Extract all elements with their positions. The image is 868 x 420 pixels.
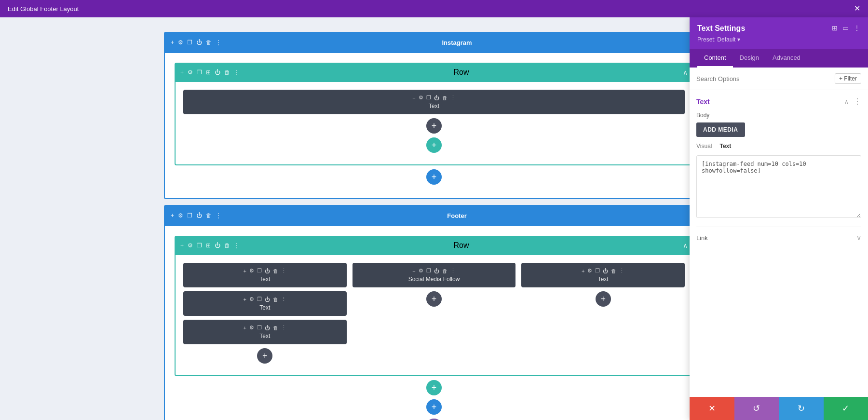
tab-advanced[interactable]: Advanced bbox=[766, 49, 807, 68]
move-icon[interactable]: + bbox=[171, 39, 174, 46]
filter-button[interactable]: + Filter bbox=[835, 73, 861, 84]
footer-row-settings-icon[interactable]: ⚙ bbox=[188, 242, 193, 249]
c3-settings[interactable]: ⚙ bbox=[587, 268, 592, 274]
soc-copy[interactable]: ❐ bbox=[426, 268, 431, 274]
mod-copy-icon[interactable]: ❐ bbox=[426, 95, 431, 101]
footer-move-icon[interactable]: + bbox=[171, 212, 174, 219]
c1m3-power[interactable]: ⏻ bbox=[265, 325, 270, 331]
c1m1-trash[interactable]: 🗑 bbox=[273, 268, 278, 274]
footer-settings-icon[interactable]: ⚙ bbox=[178, 212, 183, 219]
c1m3-trash[interactable]: 🗑 bbox=[273, 325, 278, 331]
mod-move-icon[interactable]: + bbox=[412, 95, 415, 101]
responsive-icon[interactable]: ⊞ bbox=[832, 24, 838, 32]
body-textarea[interactable]: [instagram-feed num=10 cols=10 showfollo… bbox=[696, 155, 861, 218]
redo-button[interactable]: ↻ bbox=[779, 397, 824, 420]
footer-row-chevron[interactable]: ∧ bbox=[683, 242, 688, 249]
c1m2-trash[interactable]: 🗑 bbox=[273, 297, 278, 302]
row-copy-icon[interactable]: ❐ bbox=[197, 69, 202, 76]
c1m3-move[interactable]: + bbox=[244, 325, 246, 331]
c1m3-copy[interactable]: ❐ bbox=[257, 325, 262, 331]
trash-icon[interactable]: 🗑 bbox=[206, 39, 212, 46]
soc-trash[interactable]: 🗑 bbox=[442, 268, 448, 274]
footer-copy-icon[interactable]: ❐ bbox=[187, 212, 192, 219]
soc-move[interactable]: + bbox=[412, 268, 415, 274]
settings-icon[interactable]: ⚙ bbox=[178, 39, 183, 46]
footer-power-icon[interactable]: ⏻ bbox=[196, 212, 202, 219]
mod-more-icon[interactable]: ⋮ bbox=[450, 95, 456, 101]
row-power-icon[interactable]: ⏻ bbox=[215, 69, 220, 76]
instagram-section-header[interactable]: + ⚙ ❐ ⏻ 🗑 ⋮ Instagram ∧ bbox=[164, 32, 704, 53]
preset-label[interactable]: Preset: Default ▾ bbox=[697, 36, 740, 43]
footer-section-header[interactable]: + ⚙ ❐ ⏻ 🗑 ⋮ Footer ∧ bbox=[164, 205, 704, 226]
c1m1-settings[interactable]: ⚙ bbox=[249, 268, 254, 274]
footer-row-trash-icon[interactable]: 🗑 bbox=[224, 242, 230, 249]
panel-more-icon[interactable]: ⋮ bbox=[854, 24, 860, 32]
soc-settings[interactable]: ⚙ bbox=[419, 268, 423, 274]
add-row-btn-1[interactable]: + bbox=[426, 137, 442, 153]
text-tab[interactable]: Text bbox=[719, 142, 731, 150]
mod-trash-icon[interactable]: 🗑 bbox=[442, 95, 448, 101]
undo-button[interactable]: ↺ bbox=[734, 397, 779, 420]
add-section-btn-1[interactable]: + bbox=[426, 169, 442, 185]
c3-more[interactable]: ⋮ bbox=[619, 268, 624, 274]
c3-copy[interactable]: ❐ bbox=[595, 268, 600, 274]
c1m3-more[interactable]: ⋮ bbox=[281, 325, 286, 331]
c1m2-power[interactable]: ⏻ bbox=[265, 297, 270, 302]
mod-power-icon[interactable]: ⏻ bbox=[434, 95, 439, 101]
mod-settings-icon[interactable]: ⚙ bbox=[419, 95, 423, 101]
c1m3-settings[interactable]: ⚙ bbox=[249, 325, 254, 331]
close-button[interactable]: ✕ bbox=[854, 5, 860, 13]
link-row[interactable]: Link ∨ bbox=[696, 234, 861, 242]
c3-trash[interactable]: 🗑 bbox=[611, 268, 616, 274]
row-more-icon[interactable]: ⋮ bbox=[234, 69, 240, 76]
add-section-footer[interactable]: + bbox=[426, 399, 442, 415]
footer-row-more-icon[interactable]: ⋮ bbox=[234, 242, 240, 249]
row-settings-icon[interactable]: ⚙ bbox=[188, 69, 193, 76]
instagram-row-chevron[interactable]: ∧ bbox=[683, 68, 688, 76]
add-media-button[interactable]: ADD MEDIA bbox=[696, 122, 745, 137]
add-module-btn-1[interactable]: + bbox=[426, 118, 442, 134]
soc-more[interactable]: ⋮ bbox=[450, 268, 456, 274]
c3-power[interactable]: ⏻ bbox=[603, 268, 608, 274]
add-module-col3[interactable]: + bbox=[596, 291, 611, 307]
instagram-row-header[interactable]: + ⚙ ❐ ⊞ ⏻ 🗑 ⋮ Row ∧ bbox=[175, 63, 693, 82]
c1m2-move[interactable]: + bbox=[244, 297, 246, 302]
row-trash-icon[interactable]: 🗑 bbox=[224, 69, 230, 76]
row-grid-icon[interactable]: ⊞ bbox=[206, 69, 211, 76]
copy-icon[interactable]: ❐ bbox=[187, 39, 192, 46]
c1m1-copy[interactable]: ❐ bbox=[257, 268, 262, 274]
power-icon[interactable]: ⏻ bbox=[196, 39, 202, 46]
c3-move[interactable]: + bbox=[582, 268, 584, 274]
cancel-button[interactable]: ✕ bbox=[690, 397, 734, 420]
more-icon[interactable]: ⋮ bbox=[216, 39, 221, 46]
add-module-col1[interactable]: + bbox=[257, 348, 272, 364]
row-move-icon[interactable]: + bbox=[180, 69, 184, 76]
c1m1-power[interactable]: ⏻ bbox=[265, 268, 270, 274]
footer-row-move-icon[interactable]: + bbox=[180, 242, 184, 249]
add-row-footer[interactable]: + bbox=[426, 380, 442, 395]
footer-trash-icon[interactable]: 🗑 bbox=[206, 212, 212, 219]
footer-more-icon[interactable]: ⋮ bbox=[216, 212, 221, 219]
footer-row-power-icon[interactable]: ⏻ bbox=[215, 242, 220, 249]
footer-row-grid-icon[interactable]: ⊞ bbox=[206, 242, 211, 249]
panel-expand-icon[interactable]: ▭ bbox=[842, 24, 849, 32]
c1m1-move[interactable]: + bbox=[244, 268, 246, 274]
text-section-chevron[interactable]: ∧ bbox=[844, 98, 849, 105]
footer-row-copy-icon[interactable]: ❐ bbox=[197, 242, 202, 249]
text-section-header[interactable]: Text ∧ ⋮ bbox=[696, 97, 861, 106]
visual-tab[interactable]: Visual bbox=[696, 142, 712, 150]
link-chevron-icon[interactable]: ∨ bbox=[856, 234, 861, 242]
text-section-more[interactable]: ⋮ bbox=[854, 97, 861, 106]
add-module-col2[interactable]: + bbox=[426, 291, 442, 307]
tab-content[interactable]: Content bbox=[697, 49, 733, 68]
footer-row-header[interactable]: + ⚙ ❐ ⊞ ⏻ 🗑 ⋮ Row ∧ bbox=[175, 236, 693, 255]
c1m2-copy[interactable]: ❐ bbox=[257, 296, 262, 302]
settings-header-right: ⊞ ▭ ⋮ bbox=[832, 24, 860, 32]
save-button[interactable]: ✓ bbox=[824, 397, 868, 420]
search-input[interactable] bbox=[696, 75, 831, 82]
tab-design[interactable]: Design bbox=[733, 49, 766, 68]
c1m1-more[interactable]: ⋮ bbox=[281, 268, 286, 274]
soc-power[interactable]: ⏻ bbox=[434, 268, 439, 274]
c1m2-more[interactable]: ⋮ bbox=[281, 296, 286, 302]
c1m2-settings[interactable]: ⚙ bbox=[249, 296, 254, 302]
